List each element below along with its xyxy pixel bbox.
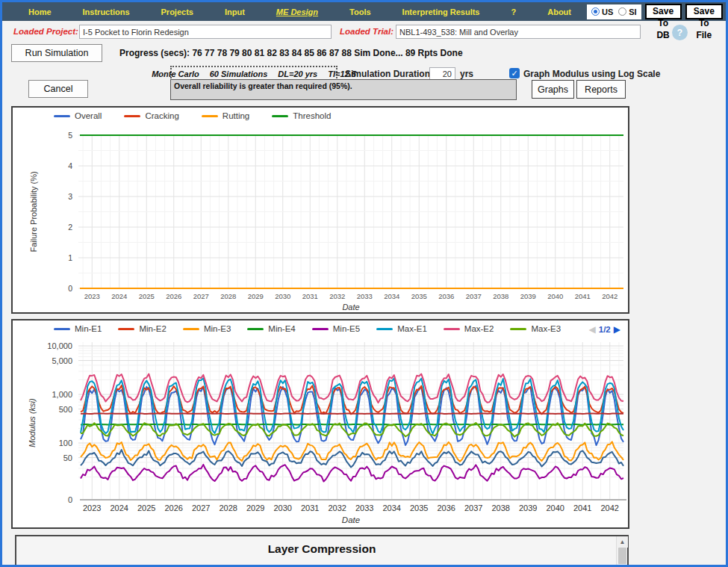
legend-item-min-e4: Min-E4 bbox=[247, 324, 295, 333]
legend-pager-prev-icon[interactable]: ◀ bbox=[589, 324, 596, 335]
modulus-chart: Min-E1Min-E2Min-E3Min-E4Min-E5Max-E1Max-… bbox=[11, 319, 629, 529]
nav-item-[interactable]: ? bbox=[495, 7, 532, 16]
x-tick-label: 2025 bbox=[137, 504, 155, 512]
x-tick-label: 2041 bbox=[573, 504, 591, 512]
x-tick-label: 2038 bbox=[493, 292, 508, 300]
mc-item-60-simulations: 60 Simulations bbox=[210, 69, 268, 78]
graphs-button[interactable]: Graphs bbox=[532, 80, 574, 99]
scrollbar-thumb[interactable] bbox=[618, 548, 626, 564]
x-tick-label: 2040 bbox=[547, 292, 563, 300]
y-tick-label: 10,000 bbox=[47, 341, 72, 350]
log-scale-checkbox[interactable]: ✓ bbox=[509, 68, 520, 78]
units-radio-group: USSI bbox=[587, 4, 641, 19]
legend-swatch-icon bbox=[118, 328, 134, 330]
chart1-plot: 0123452023202420252026202720282029203020… bbox=[13, 126, 628, 312]
legend-swatch-icon bbox=[272, 115, 288, 117]
nav-item-home[interactable]: Home bbox=[13, 7, 67, 16]
help-icon[interactable]: ? bbox=[672, 25, 688, 40]
legend-label: Max-E2 bbox=[464, 324, 494, 333]
legend-item-overall: Overall bbox=[54, 111, 102, 120]
legend-swatch-icon bbox=[312, 328, 329, 330]
unit-radio-label: US bbox=[602, 7, 613, 16]
legend-label: Max-E3 bbox=[531, 324, 561, 333]
legend-swatch-icon bbox=[510, 328, 526, 330]
series-line-max-e2 bbox=[81, 374, 623, 403]
legend-label: Cracking bbox=[145, 111, 178, 120]
cancel-button[interactable]: Cancel bbox=[28, 80, 88, 98]
y-tick-label: 5,000 bbox=[52, 356, 72, 365]
simulation-duration-units: yrs bbox=[460, 69, 473, 79]
y-tick-label: 5 bbox=[68, 131, 72, 140]
legend-swatch-icon bbox=[444, 328, 460, 330]
reports-button[interactable]: Reports bbox=[576, 80, 626, 99]
log-scale-checkbox-label: Graph Modulus using Log Scale bbox=[523, 69, 660, 79]
nav-item-projects[interactable]: Projects bbox=[146, 7, 209, 16]
x-tick-label: 2028 bbox=[220, 292, 236, 300]
x-tick-label: 2032 bbox=[329, 292, 345, 300]
legend-item-max-e3: Max-E3 bbox=[510, 324, 561, 333]
legend-pager-next-icon[interactable]: ▶ bbox=[614, 324, 620, 335]
legend-item-min-e1: Min-E1 bbox=[54, 324, 102, 333]
nav-item-about[interactable]: About bbox=[532, 7, 587, 16]
radio-circle-icon bbox=[591, 7, 600, 16]
chart2-plot: 10,0005,0001,000500100500202320242025202… bbox=[13, 338, 628, 527]
x-tick-label: 2042 bbox=[602, 292, 617, 300]
x-axis-title: Date bbox=[342, 303, 359, 312]
loaded-project-field[interactable] bbox=[79, 25, 332, 39]
legend-item-min-e2: Min-E2 bbox=[118, 324, 166, 333]
series-line-max-e1 bbox=[81, 378, 623, 434]
x-tick-label: 2027 bbox=[192, 504, 210, 512]
x-tick-label: 2029 bbox=[248, 292, 264, 300]
y-axis-title: Modulus (ksi) bbox=[28, 398, 37, 447]
y-tick-label: 3 bbox=[68, 192, 72, 201]
legend-label: Min-E5 bbox=[333, 324, 360, 333]
nav-item-me-design[interactable]: ME Design bbox=[261, 7, 334, 16]
x-tick-label: 2039 bbox=[519, 504, 537, 512]
run-simulation-button[interactable]: Run Simulation bbox=[11, 44, 102, 62]
x-tick-label: 2023 bbox=[84, 292, 100, 300]
y-axis-title: Failure Probability (%) bbox=[29, 171, 38, 252]
x-tick-label: 2031 bbox=[302, 292, 318, 300]
progress-text: Progress (secs): 76 77 78 79 80 81 82 83… bbox=[119, 48, 463, 58]
y-tick-label: 0 bbox=[68, 284, 72, 293]
unit-radio-si[interactable]: SI bbox=[618, 7, 636, 16]
x-tick-label: 2032 bbox=[329, 504, 346, 512]
legend-label: Min-E1 bbox=[75, 324, 102, 333]
x-tick-label: 2030 bbox=[275, 292, 290, 300]
scroll-up-icon[interactable]: ▲ bbox=[617, 536, 628, 548]
x-tick-label: 2040 bbox=[547, 504, 564, 512]
layer-compression-panel: Layer Compression ▲ bbox=[15, 535, 629, 567]
nav-item-interpreting-results[interactable]: Interpreting Results bbox=[387, 7, 496, 16]
x-tick-label: 2035 bbox=[411, 292, 427, 300]
nav-item-tools[interactable]: Tools bbox=[334, 7, 387, 16]
y-tick-label: 0 bbox=[68, 495, 72, 504]
legend-pager-label: 1/2 bbox=[599, 325, 611, 334]
legend-swatch-icon bbox=[54, 115, 70, 117]
save-to-file-button[interactable]: Save To File bbox=[685, 4, 723, 19]
legend-swatch-icon bbox=[376, 328, 393, 330]
mc-item-monte-carlo: Monte Carlo bbox=[152, 69, 199, 78]
top-nav-bar: HomeInstructionsProjectsInputME DesignTo… bbox=[2, 2, 726, 21]
x-tick-label: 2028 bbox=[220, 504, 237, 512]
legend-item-max-e1: Max-E1 bbox=[376, 324, 427, 333]
y-tick-label: 1 bbox=[68, 253, 72, 262]
save-to-db-button[interactable]: Save To DB bbox=[645, 4, 682, 19]
x-tick-label: 2031 bbox=[301, 504, 319, 512]
layer-panel-scrollbar[interactable]: ▲ bbox=[616, 536, 627, 567]
loaded-trial-field[interactable] bbox=[396, 25, 641, 39]
radio-circle-icon bbox=[618, 7, 626, 16]
loaded-project-label: Loaded Project: bbox=[13, 27, 78, 36]
legend-label: Min-E4 bbox=[268, 324, 295, 333]
y-tick-label: 4 bbox=[68, 161, 72, 170]
x-tick-label: 2026 bbox=[165, 504, 183, 512]
legend-label: Rutting bbox=[223, 111, 249, 120]
unit-radio-us[interactable]: US bbox=[591, 7, 613, 16]
legend-swatch-icon bbox=[202, 115, 218, 117]
series-line-min-e4 bbox=[81, 424, 623, 425]
x-axis-title: Date bbox=[342, 515, 360, 524]
x-tick-label: 2027 bbox=[193, 292, 209, 300]
failure-probability-chart: OverallCrackingRuttingThreshold 01234520… bbox=[11, 106, 629, 314]
nav-item-instructions[interactable]: Instructions bbox=[67, 7, 146, 16]
y-tick-label: 100 bbox=[59, 439, 72, 447]
nav-item-input[interactable]: Input bbox=[209, 7, 261, 16]
